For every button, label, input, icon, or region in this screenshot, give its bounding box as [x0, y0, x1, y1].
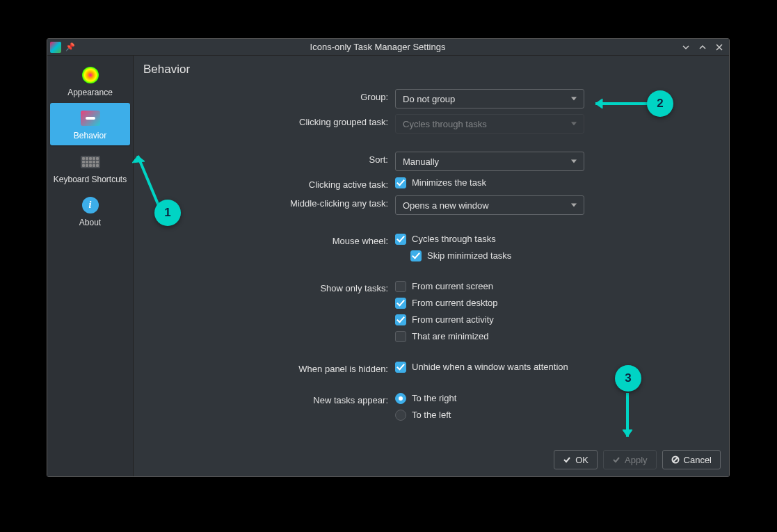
dialog-buttons: OK Apply Cancel — [134, 443, 729, 476]
skip-minimized-label: Skip minimized tasks — [427, 250, 511, 262]
sort-dropdown[interactable]: Manually — [395, 152, 584, 171]
close-button[interactable] — [712, 40, 726, 54]
ok-button[interactable]: OK — [554, 450, 598, 469]
annotation-arrow-3 — [621, 389, 634, 445]
annotation-bubble-3: 3 — [615, 365, 641, 392]
label-middle-click: Middle-clicking any task: — [145, 195, 388, 209]
label-new-tasks: New tasks appear: — [145, 392, 388, 405]
pin-icon[interactable]: 📌 — [64, 42, 77, 51]
annotation-arrow-2 — [587, 97, 653, 110]
clicking-grouped-dropdown: Cycles through tasks — [395, 114, 584, 134]
sidebar: Appearance Behavior Keyboard Shortcuts i… — [47, 56, 134, 476]
maximize-button[interactable] — [696, 40, 710, 54]
minimizes-label: Minimizes the task — [412, 177, 486, 189]
sidebar-item-about[interactable]: i About — [50, 190, 130, 232]
current-screen-label: From current screen — [412, 280, 493, 293]
about-icon: i — [81, 195, 100, 215]
unhide-checkbox[interactable] — [395, 362, 406, 373]
check-icon — [612, 456, 620, 464]
appearance-icon — [81, 65, 100, 85]
titlebar: 📌 Icons-only Task Manager Settings — [47, 39, 729, 56]
sidebar-item-label: Behavior — [74, 131, 106, 140]
minimize-button[interactable] — [679, 40, 693, 54]
main-panel: Behavior Group: Do not group Clicking gr… — [134, 56, 729, 476]
minimized-only-checkbox[interactable] — [395, 331, 406, 342]
panel-title: Behavior — [134, 56, 729, 79]
minimized-only-label: That are minimized — [412, 330, 489, 343]
current-desktop-label: From current desktop — [412, 297, 498, 309]
sidebar-item-keyboard-shortcuts[interactable]: Keyboard Shortcuts — [50, 147, 130, 188]
to-right-label: To the right — [412, 392, 456, 405]
sidebar-item-label: About — [79, 218, 101, 227]
label-mouse-wheel: Mouse wheel: — [145, 233, 388, 246]
svg-marker-3 — [623, 430, 632, 437]
current-desktop-checkbox[interactable] — [395, 298, 406, 309]
to-left-radio[interactable] — [395, 410, 406, 421]
current-screen-checkbox[interactable] — [395, 281, 406, 292]
to-right-radio[interactable] — [395, 393, 406, 404]
label-sort: Sort: — [145, 152, 388, 165]
cancel-icon — [671, 456, 680, 464]
sidebar-item-label: Appearance — [67, 88, 113, 97]
cycles-checkbox[interactable] — [395, 234, 406, 245]
current-activity-checkbox[interactable] — [395, 314, 406, 325]
cancel-button[interactable]: Cancel — [662, 450, 721, 469]
annotation-bubble-2: 2 — [647, 90, 673, 117]
group-dropdown[interactable]: Do not group — [395, 89, 584, 108]
cycles-label: Cycles through tasks — [412, 233, 496, 245]
label-panel-hidden: When panel is hidden: — [145, 361, 388, 374]
sidebar-item-label: Keyboard Shortcuts — [54, 175, 127, 184]
minimizes-checkbox[interactable] — [395, 177, 406, 188]
label-clicking-grouped: Clicking grouped task: — [145, 114, 388, 127]
middle-click-dropdown[interactable]: Opens a new window — [395, 195, 584, 215]
unhide-label: Unhide when a window wants attention — [412, 361, 568, 373]
label-clicking-active: Clicking active task: — [145, 177, 388, 190]
to-left-label: To the left — [412, 409, 451, 421]
current-activity-label: From current activity — [412, 314, 494, 326]
sidebar-item-behavior[interactable]: Behavior — [50, 103, 130, 145]
label-group: Group: — [145, 89, 388, 102]
check-icon — [563, 456, 571, 464]
keyboard-icon — [81, 152, 100, 172]
annotation-bubble-1: 1 — [154, 200, 181, 226]
apply-button: Apply — [603, 450, 657, 469]
sidebar-item-appearance[interactable]: Appearance — [50, 60, 130, 102]
label-show-only: Show only tasks: — [145, 280, 388, 293]
skip-minimized-checkbox[interactable] — [410, 250, 422, 261]
behavior-icon — [81, 108, 100, 128]
svg-marker-2 — [595, 99, 602, 108]
app-icon — [50, 42, 61, 53]
window-title: Icons-only Task Manager Settings — [79, 42, 676, 52]
svg-marker-1 — [132, 156, 145, 163]
